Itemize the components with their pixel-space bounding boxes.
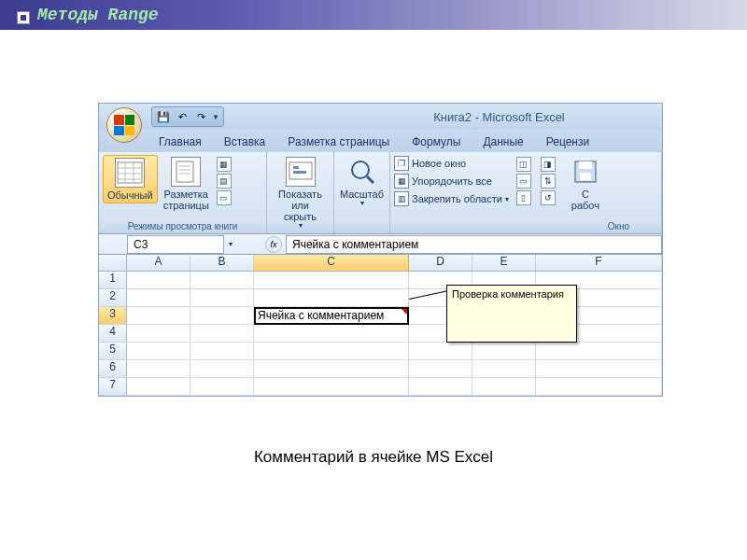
cell[interactable] [254,289,409,307]
cell[interactable] [472,360,536,378]
col-header-F[interactable]: F [536,255,662,271]
zoom-button[interactable]: Масштаб ▾ [338,155,386,210]
reset-pos-icon[interactable]: ↺ [541,190,556,205]
normal-view-button[interactable]: Обычный [103,155,158,203]
cell[interactable] [254,360,409,378]
cell[interactable] [409,343,472,360]
page-break-preview-icon[interactable]: ▦ [217,157,232,172]
cell[interactable] [536,378,662,396]
cell[interactable] [127,360,190,378]
new-window-label: Новое окно [412,158,466,169]
office-button[interactable] [106,107,142,143]
ribbon-tabs: Главная Вставка Разметка страницы Формул… [99,130,662,152]
col-header-D[interactable]: D [409,255,472,271]
col-header-E[interactable]: E [472,255,536,271]
cell[interactable] [472,378,536,396]
figure-caption: Комментарий в ячейке MS Excel [0,448,747,467]
spreadsheet-grid: A B C D E F 1 2 3 Ячейка с комментарием … [99,255,662,396]
new-window-button[interactable]: ❐ Новое окно [394,155,509,172]
col-header-A[interactable]: A [127,255,190,271]
name-box-dropdown[interactable]: ▾ [224,240,237,248]
split-icon[interactable]: ◫ [516,157,531,172]
col-header-C[interactable]: C [254,255,409,271]
fx-button[interactable]: fx [265,236,282,253]
row-7: 7 [99,378,662,396]
arrange-all-label: Упорядочить все [412,175,492,187]
custom-views-icon[interactable]: ▤ [217,174,232,189]
cell[interactable] [472,343,536,360]
chevron-down-icon: ▾ [229,240,233,248]
name-box-value: C3 [134,238,218,251]
svg-rect-0 [118,162,142,183]
cell[interactable] [190,360,254,378]
tab-home[interactable]: Главная [148,132,213,152]
select-all-corner[interactable] [99,255,127,271]
cell[interactable] [536,343,662,360]
cell[interactable] [409,378,472,396]
row-header-2[interactable]: 2 [99,289,127,307]
formula-value: Ячейка с комментарием [292,238,418,251]
svg-rect-17 [580,173,591,180]
cell[interactable] [254,272,409,289]
hide-icon[interactable]: ▭ [516,174,531,189]
cell[interactable] [190,343,254,360]
cell[interactable] [190,289,254,307]
freeze-panes-button[interactable]: ▥ Закрепить области ▾ [394,190,509,207]
row-3: 3 Ячейка с комментарием [99,307,662,325]
cell[interactable] [536,360,662,378]
cell[interactable] [127,272,190,289]
save-icon[interactable]: 💾 [156,109,171,124]
row-6: 6 [99,360,662,378]
slide-title: Методы Range [37,6,159,24]
svg-rect-6 [176,161,193,182]
tab-formulas[interactable]: Формулы [401,132,472,152]
sync-scroll-icon[interactable]: ⇅ [541,174,556,189]
group-views-label: Режимы просмотра книги [103,220,262,232]
save-workspace-button[interactable]: С рабоч [563,155,608,213]
tab-page-layout[interactable]: Разметка страницы [276,132,401,152]
cell[interactable] [190,378,254,396]
cell[interactable] [127,307,190,325]
svg-point-13 [352,161,369,178]
cell[interactable] [190,272,254,289]
tab-insert[interactable]: Вставка [213,132,277,152]
row-header-7[interactable]: 7 [99,378,127,396]
new-window-icon: ❐ [394,156,409,171]
show-hide-button[interactable]: Показать или скрыть ▾ [271,155,330,232]
view-side-icon[interactable]: ◨ [541,157,556,172]
undo-icon[interactable]: ↶ [175,109,190,124]
redo-icon[interactable]: ↷ [193,109,208,124]
row-header-4[interactable]: 4 [99,325,127,343]
tab-data[interactable]: Данные [472,132,534,152]
row-header-1[interactable]: 1 [99,272,127,289]
col-header-B[interactable]: B [190,255,254,271]
page-layout-button[interactable]: Разметка страницы [160,155,213,213]
tab-review[interactable]: Рецензи [535,132,600,152]
qat-dropdown-icon[interactable]: ▼ [212,113,219,121]
arrange-all-button[interactable]: ▦ Упорядочить все [394,173,509,189]
name-box[interactable]: C3 [127,235,224,254]
cell[interactable] [409,360,472,378]
cell[interactable] [190,325,254,343]
cell[interactable] [254,325,409,343]
cell[interactable] [127,289,190,307]
cell-C3[interactable]: Ячейка с комментарием [254,307,409,325]
cell[interactable] [254,378,409,396]
cell[interactable] [254,343,409,360]
save-workspace-label: С рабоч [571,189,599,211]
formula-input[interactable]: Ячейка с комментарием [286,235,662,254]
cell[interactable] [127,325,190,343]
row-header-3[interactable]: 3 [99,307,127,325]
full-screen-icon[interactable]: ▭ [217,190,232,205]
caption-text: Комментарий в ячейке MS Excel [254,448,493,466]
cell[interactable] [127,378,190,396]
row-header-5[interactable]: 5 [99,343,127,360]
freeze-panes-icon: ▥ [394,191,409,206]
cell[interactable] [127,343,190,360]
cell[interactable] [190,307,254,325]
group-workbook-views: Обычный Разметка страницы ▦ ▤ ▭ Режимы п… [99,152,267,233]
row-header-6[interactable]: 6 [99,360,127,378]
cell-C3-value: Ячейка с комментарием [258,309,384,322]
unhide-icon[interactable]: ▯ [516,190,531,205]
chevron-down-icon: ▾ [505,195,509,203]
